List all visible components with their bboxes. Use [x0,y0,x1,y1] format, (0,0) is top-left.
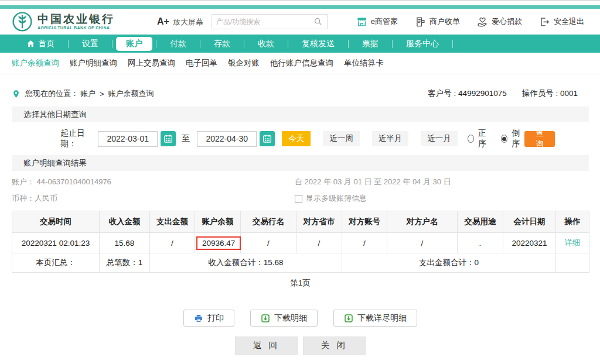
print-button[interactable]: 打印 [183,310,234,327]
nav-item-home[interactable]: 首页 [13,39,68,49]
col-transaction-time: 交易时间 [12,211,100,233]
multibook-checkbox-row: 显示多级账簿信息 [295,193,367,204]
breadcrumb-section[interactable]: 账户 [80,88,96,99]
detail-link[interactable]: 详细 [565,238,581,247]
query-button[interactable]: 查询 [524,131,555,147]
subnav-item-online-transactions[interactable]: 网上交易查询 [128,58,175,68]
nav-review-send-label: 复核发送 [302,39,335,49]
charity-donation-label: 爱心捐款 [492,16,522,27]
sort-ascending-radio[interactable]: 正序 [468,128,491,149]
enlarge-screen-label: 放大屏幕 [173,17,203,28]
download-detail-label: 下载明细 [274,313,307,324]
col-accounting-date: 会计日期 [503,211,556,233]
nav-collections-label: 收款 [258,39,274,49]
sort-descending-label: 倒序 [512,128,524,149]
end-date-calendar-icon[interactable] [260,131,275,146]
nav-item-accounts[interactable]: 账户 [116,37,152,51]
cell-transaction-time: 20220321 02:01:23 [12,233,100,253]
nav-home-label: 首页 [38,39,54,49]
subnav-item-bank-reconciliation[interactable]: 银企对账 [228,58,260,68]
cell-operation: 详细 [556,233,589,253]
charity-donation-link[interactable]: 爱心捐款 [477,16,522,28]
multibook-label: 显示多级账簿信息 [306,193,367,204]
nav-service-center-label: 服务中心 [406,39,439,49]
cell-counterparty-region: / [296,233,342,253]
breadcrumb-row: 您现在的位置： 账户 > 账户余额查询 客户号 : 44992901075 操作… [0,88,600,99]
balance-highlight-box: 20936.47 [196,236,241,250]
printer-icon [194,314,203,323]
subnav-item-other-bank-info[interactable]: 他行账户信息查询 [270,58,333,68]
quick-range-month[interactable]: 近一月 [421,131,458,146]
cell-bank-name: / [241,233,296,253]
e-merchant-link[interactable]: e商管家 [356,16,398,28]
download-icon [261,314,270,323]
nav-item-payments[interactable]: 付款 [156,39,200,49]
operator-number: 操作员号 : 0001 [522,88,578,99]
back-button[interactable]: 返 回 [235,336,298,355]
subnav-item-balance-inquiry[interactable]: 账户余额查询 [12,58,59,68]
sort-descending-radio[interactable]: 倒序 [501,128,524,149]
nav-settings-label: 设置 [82,39,98,49]
download-full-detail-button[interactable]: 下载详尽明细 [333,310,417,327]
breadcrumb: 您现在的位置： 账户 > 账户余额查询 [12,88,154,99]
col-counterparty-name: 对方户名 [387,211,458,233]
bank-name-en: AGRICULTURAL BANK OF CHINA [38,26,115,30]
nav-bills-label: 票据 [362,39,379,49]
start-date-input[interactable] [98,131,158,147]
col-expense: 支出金额 [150,211,195,233]
nav-item-review-send[interactable]: 复核发送 [288,39,348,49]
start-date-calendar-icon[interactable] [161,131,176,146]
cell-income: 15.68 [100,233,150,253]
subnav-item-detail-inquiry[interactable]: 账户明细查询 [70,58,117,68]
end-date-input[interactable] [197,131,257,147]
date-section-title: 选择其他日期查询 [12,107,589,122]
radio-checked-icon [501,135,507,143]
storefront-icon [356,16,367,28]
cell-counterparty-name: / [387,233,458,253]
customer-number: 客户号 : 44992901075 [428,88,506,99]
logout-icon [539,16,550,28]
col-income: 收入金额 [100,211,150,233]
radio-unchecked-icon [468,135,474,143]
col-counterparty-region: 对方省市 [296,211,342,233]
cell-accounting-date: 20220321 [503,233,556,253]
search-input[interactable] [216,18,313,26]
col-balance: 账户余额 [195,211,241,233]
breadcrumb-separator: > [100,90,104,98]
col-counterparty-account: 对方账号 [342,211,387,233]
multibook-checkbox[interactable] [295,195,302,202]
safe-logout-label: 安全退出 [554,16,584,27]
quick-range-half-month[interactable]: 近半月 [372,131,409,146]
subnav-item-e-receipt[interactable]: 电子回单 [186,58,217,68]
nav-item-settings[interactable]: 设置 [69,39,112,49]
nav-item-deposits[interactable]: 存款 [200,39,244,49]
col-purpose: 交易用途 [458,211,503,233]
nav-item-bills[interactable]: 票据 [349,39,392,49]
pos-terminal-icon [415,16,426,28]
safe-logout-link[interactable]: 安全退出 [539,16,584,28]
e-merchant-label: e商管家 [371,16,398,27]
session-info: 客户号 : 44992901075 操作员号 : 0001 [428,88,578,99]
col-bank-name: 交易行名 [241,211,296,233]
navigation-buttons-row: 返 回 关 闭 [12,336,589,355]
nav-item-service-center[interactable]: 服务中心 [393,39,452,49]
download-detail-button[interactable]: 下载明细 [250,310,318,327]
account-info-row: 账户： 44-063701040014976 自 2022 年 03 月 01 … [12,177,589,187]
abc-wheat-logo-icon [12,11,33,32]
merchant-acquiring-link[interactable]: 商户收单 [415,16,460,28]
nav-item-collections[interactable]: 收款 [244,39,288,49]
close-button[interactable]: 关 闭 [303,336,366,355]
account-number: 账户： 44-063701040014976 [12,177,295,187]
quick-range-today[interactable]: 今天 [282,131,311,146]
date-range-label: 起止日期： [60,128,94,149]
subnav-item-corporate-card[interactable]: 单位结算卡 [344,58,384,68]
bank-logo: 中国农业银行 AGRICULTURAL BANK OF CHINA [12,11,115,32]
quick-range-week[interactable]: 近一周 [323,131,360,146]
breadcrumb-prefix: 您现在的位置： [25,88,79,99]
summary-income-total: 收入金额合计：15.68 [150,253,342,273]
bank-name-cn: 中国农业银行 [38,13,115,26]
home-icon [26,39,35,48]
search-icon[interactable] [313,17,323,26]
action-buttons-row: 打印 下载明细 下载详尽明细 [12,310,589,327]
enlarge-screen-control[interactable]: A+ 放大屏幕 [157,16,203,28]
